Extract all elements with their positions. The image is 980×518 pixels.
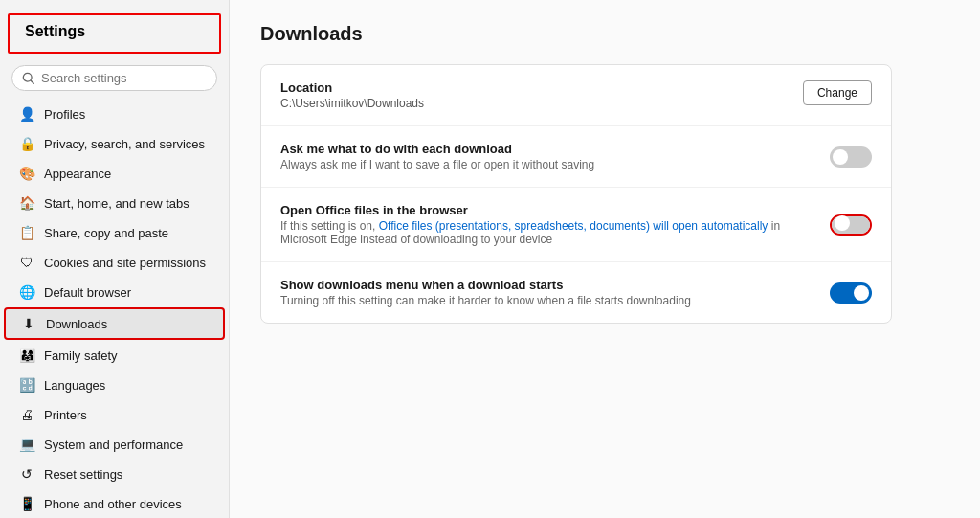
search-box[interactable] [11, 65, 217, 91]
search-input[interactable] [41, 71, 207, 85]
ask-toggle[interactable] [830, 146, 872, 168]
appearance-icon: 🎨 [19, 166, 34, 181]
sidebar-item-privacy[interactable]: 🔒Privacy, search, and services [4, 129, 225, 158]
nav-list: 👤Profiles🔒Privacy, search, and services🎨… [0, 99, 229, 518]
sidebar-item-downloads[interactable]: ⬇Downloads [4, 307, 225, 340]
office-label: Open Office files in the browser [280, 203, 811, 217]
office-text: Open Office files in the browser If this… [280, 203, 811, 246]
sidebar-item-label-system: System and performance [44, 438, 183, 452]
sidebar-item-label-family-safety: Family safety [44, 349, 118, 363]
sidebar-item-system[interactable]: 💻System and performance [4, 430, 225, 459]
sidebar-item-default-browser[interactable]: 🌐Default browser [4, 278, 225, 306]
privacy-icon: 🔒 [19, 136, 34, 151]
sidebar-item-label-downloads: Downloads [46, 317, 107, 331]
sidebar-item-printers[interactable]: 🖨Printers [4, 400, 225, 429]
office-sublabel: If this setting is on, Office files (pre… [280, 219, 811, 246]
sidebar-item-label-languages: Languages [44, 378, 105, 393]
phone-icon: 📱 [19, 496, 34, 511]
sidebar-item-label-cookies: Cookies and site permissions [44, 256, 206, 270]
cookies-icon: 🛡 [19, 255, 34, 270]
start-home-icon: 🏠 [19, 195, 34, 211]
sidebar-item-start-home[interactable]: 🏠Start, home, and new tabs [4, 189, 225, 217]
sidebar-item-label-privacy: Privacy, search, and services [44, 137, 205, 151]
sidebar-item-reset[interactable]: ↺Reset settings [4, 460, 225, 488]
show-menu-toggle-slider [830, 282, 872, 304]
svg-line-1 [31, 80, 33, 83]
profiles-icon: 👤 [19, 106, 34, 122]
sidebar-item-label-share-copy: Share, copy and paste [44, 226, 168, 240]
office-toggle[interactable] [830, 214, 872, 236]
office-sublabel-highlight: Office files (presentations, spreadsheet… [379, 219, 768, 233]
show-menu-text: Show downloads menu when a download star… [280, 278, 811, 307]
system-icon: 💻 [19, 437, 34, 452]
sidebar-item-label-appearance: Appearance [44, 167, 111, 181]
sidebar-item-label-phone: Phone and other devices [44, 497, 182, 511]
sidebar-item-label-reset: Reset settings [44, 467, 122, 482]
reset-icon: ↺ [19, 466, 34, 482]
sidebar-item-phone[interactable]: 📱Phone and other devices [4, 489, 225, 518]
sidebar-item-cookies[interactable]: 🛡Cookies and site permissions [4, 248, 225, 277]
sidebar-item-share-copy[interactable]: 📋Share, copy and paste [4, 218, 225, 247]
page-title: Downloads [260, 23, 949, 45]
setting-row-ask: Ask me what to do with each download Alw… [261, 126, 891, 188]
sidebar: Settings 👤Profiles🔒Privacy, search, and … [0, 0, 230, 518]
setting-row-show-menu: Show downloads menu when a download star… [261, 262, 891, 323]
change-button[interactable]: Change [803, 80, 872, 105]
default-browser-icon: 🌐 [19, 284, 34, 300]
app-title: Settings [8, 13, 221, 54]
languages-icon: 🔡 [19, 377, 34, 393]
sidebar-item-family-safety[interactable]: 👨‍👩‍👧Family safety [4, 341, 225, 370]
show-menu-label: Show downloads menu when a download star… [280, 278, 811, 292]
office-sublabel-part1: If this setting is on, [280, 219, 379, 233]
location-path: C:\Users\imitkov\Downloads [280, 97, 784, 110]
ask-toggle-slider [830, 146, 872, 168]
show-menu-toggle[interactable] [830, 282, 872, 304]
settings-card: Location C:\Users\imitkov\Downloads Chan… [260, 64, 892, 324]
search-icon [22, 72, 35, 85]
location-label: Location [280, 80, 784, 95]
location-text: Location C:\Users\imitkov\Downloads [280, 80, 784, 110]
sidebar-item-profiles[interactable]: 👤Profiles [4, 100, 225, 128]
setting-row-office: Open Office files in the browser If this… [261, 188, 891, 262]
sidebar-item-appearance[interactable]: 🎨Appearance [4, 159, 225, 188]
downloads-icon: ⬇ [21, 316, 36, 331]
share-copy-icon: 📋 [19, 225, 34, 240]
office-toggle-slider [832, 216, 870, 234]
setting-row-location: Location C:\Users\imitkov\Downloads Chan… [261, 65, 891, 126]
ask-label: Ask me what to do with each download [280, 142, 811, 156]
ask-text: Ask me what to do with each download Alw… [280, 142, 811, 171]
main-content: Downloads Location C:\Users\imitkov\Down… [230, 0, 980, 518]
sidebar-item-languages[interactable]: 🔡Languages [4, 371, 225, 399]
sidebar-item-label-profiles: Profiles [44, 107, 85, 122]
printers-icon: 🖨 [19, 407, 34, 422]
family-safety-icon: 👨‍👩‍👧 [19, 348, 34, 363]
show-menu-sublabel: Turning off this setting can make it har… [280, 294, 811, 307]
sidebar-item-label-start-home: Start, home, and new tabs [44, 196, 189, 211]
sidebar-item-label-printers: Printers [44, 408, 87, 422]
sidebar-item-label-default-browser: Default browser [44, 285, 131, 300]
ask-sublabel: Always ask me if I want to save a file o… [280, 158, 811, 171]
